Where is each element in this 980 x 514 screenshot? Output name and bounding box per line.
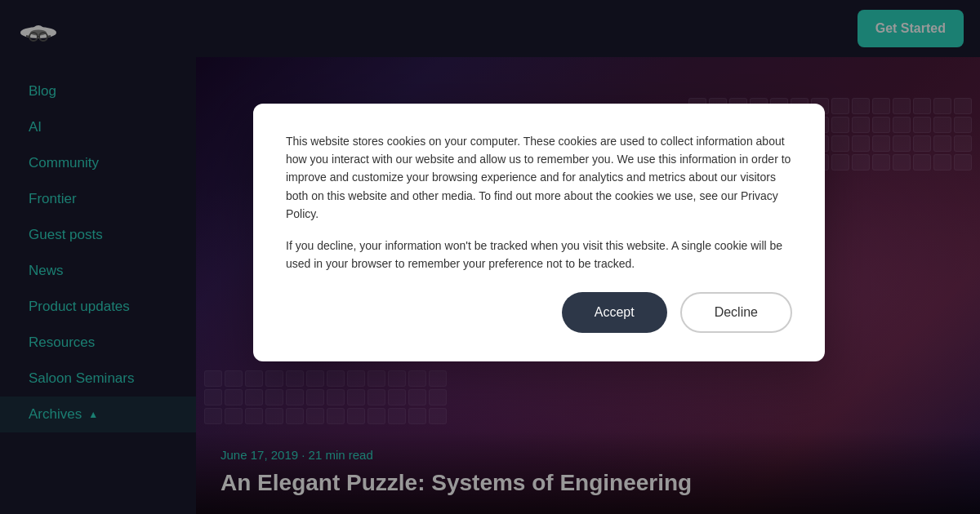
cookie-text-primary: This website stores cookies on your comp… [286, 132, 792, 224]
cookie-modal-overlay: This website stores cookies on your comp… [0, 0, 980, 514]
cookie-modal-actions: Accept Decline [286, 292, 792, 333]
cookie-text-secondary: If you decline, your information won't b… [286, 237, 792, 273]
decline-button[interactable]: Decline [680, 292, 792, 333]
accept-button[interactable]: Accept [562, 292, 667, 333]
cookie-modal: This website stores cookies on your comp… [253, 104, 825, 362]
